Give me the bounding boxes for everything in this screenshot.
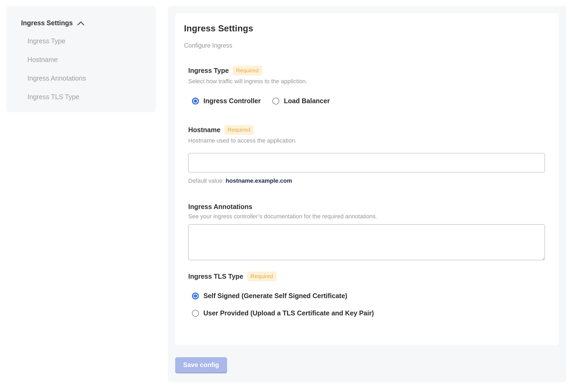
sidebar-nav-list: Ingress Type Hostname Ingress Annotation… [27, 37, 148, 101]
help-text-ingress-type: Select how traffic will ingress to the a… [188, 78, 546, 85]
radio-option-load-balancer[interactable]: Load Balancer [272, 97, 330, 105]
help-text-hostname: Hostname used to access the application. [188, 137, 546, 144]
section-ingress-type: Ingress Type Required Select how traffic… [188, 66, 546, 105]
radio-option-self-signed[interactable]: Self Signed (Generate Self Signed Certif… [192, 292, 546, 300]
default-value-text: hostname.example.com [226, 177, 292, 184]
radio-label-user-provided: User Provided (Upload a TLS Certificate … [203, 309, 374, 317]
chevron-up-icon [77, 20, 84, 26]
help-text-ingress-annotations: See your ingress controller’s documentat… [188, 213, 546, 220]
ingress-annotations-textarea[interactable] [188, 224, 545, 260]
section-title-hostname: Hostname [188, 126, 220, 134]
section-title-ingress-type: Ingress Type [188, 67, 229, 74]
save-config-button[interactable]: Save config [175, 357, 227, 372]
page-subtitle: Configure Ingress [184, 42, 546, 49]
section-title-ingress-tls-type: Ingress TLS Type [188, 273, 243, 280]
config-nav-sidebar: Ingress Settings Ingress Type Hostname I… [6, 6, 156, 112]
radio-button-ingress-controller[interactable] [192, 98, 199, 105]
radio-button-load-balancer[interactable] [272, 98, 279, 105]
config-page: Ingress Settings Ingress Type Hostname I… [0, 0, 574, 392]
radio-label-ingress-controller: Ingress Controller [203, 97, 261, 105]
required-badge: Required [232, 66, 262, 76]
required-badge: Required [224, 125, 254, 135]
ingress-type-radio-group: Ingress Controller Load Balancer [192, 97, 546, 105]
default-value-label: Default value: [188, 177, 224, 184]
sidebar-item-ingress-annotations[interactable]: Ingress Annotations [27, 74, 148, 82]
sidebar-item-ingress-type[interactable]: Ingress Type [27, 37, 148, 45]
radio-button-user-provided[interactable] [192, 310, 199, 317]
hostname-input[interactable] [188, 153, 545, 173]
section-ingress-annotations: Ingress Annotations See your ingress con… [188, 203, 546, 260]
radio-label-self-signed: Self Signed (Generate Self Signed Certif… [203, 292, 347, 300]
sidebar-group-ingress-settings[interactable]: Ingress Settings [21, 19, 148, 27]
radio-option-ingress-controller[interactable]: Ingress Controller [192, 97, 261, 105]
page-title: Ingress Settings [184, 23, 546, 34]
radio-button-self-signed[interactable] [192, 293, 199, 299]
required-badge: Required [247, 272, 277, 281]
tls-type-radio-group: Self Signed (Generate Self Signed Certif… [192, 292, 546, 317]
section-ingress-tls-type: Ingress TLS Type Required Self Signed (G… [188, 272, 546, 317]
config-main-panel: Ingress Settings Configure Ingress Ingre… [168, 6, 566, 382]
hostname-default-line: Default value:hostname.example.com [188, 177, 546, 184]
section-title-ingress-annotations: Ingress Annotations [188, 203, 252, 211]
ingress-settings-card: Ingress Settings Configure Ingress Ingre… [175, 13, 559, 345]
radio-option-user-provided[interactable]: User Provided (Upload a TLS Certificate … [192, 309, 546, 317]
sidebar-item-hostname[interactable]: Hostname [27, 56, 148, 64]
radio-label-load-balancer: Load Balancer [284, 97, 330, 105]
section-hostname: Hostname Required Hostname used to acces… [188, 125, 546, 184]
sidebar-group-title: Ingress Settings [21, 19, 73, 27]
form-sections: Ingress Type Required Select how traffic… [188, 66, 546, 317]
sidebar-item-ingress-tls-type[interactable]: Ingress TLS Type [27, 93, 148, 101]
